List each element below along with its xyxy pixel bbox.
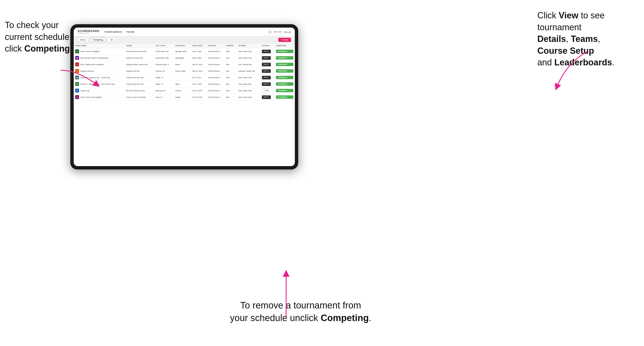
nav-tournaments[interactable]: TOURNAMENTS [104,31,122,33]
team-logo: W [75,56,79,60]
competing-badge[interactable]: Competing ✓ [276,63,294,66]
city-cell: Maricopa, AZ [154,87,174,94]
table-row: W 2023 Sahalee Players Championship Saha… [74,55,295,61]
nav-teams[interactable]: TEAMS [126,31,134,33]
competing-cell: Competing ✓ [274,74,295,81]
division-cell: NCAA Division I [207,94,225,101]
filter-home-button[interactable]: Home [78,38,88,42]
view-button[interactable]: View ⓘ [262,95,271,99]
edit-button[interactable]: ✏ Edit [262,89,270,93]
hosted-cell: Washington [174,55,191,61]
scoring-cell: team, Match Play [237,81,260,87]
division-cell: NCAA Division I [207,55,225,61]
col-event-name: EVENT NAME [74,44,125,48]
col-venue: VENUE [125,44,154,48]
competing-badge[interactable]: Competing ✓ [276,69,294,73]
scoring-cell: team, Stroke Play [237,74,260,81]
tablet-screen: SCOREBOARD Powered by clippi TOURNAMENTS… [74,28,295,166]
filter-bar: Home Competing All + Create [74,36,295,44]
competing-cell: Competing ✓ [274,87,295,94]
venue-cell: Ak-Chin Southern Dunes [125,87,154,94]
actions-cell: View ⓘ [260,74,275,81]
view-button[interactable]: View ⓘ [262,69,271,73]
competing-badge[interactable]: Competing ✓ [276,82,294,86]
nav-links: TOURNAMENTS TEAMS [104,31,268,33]
start-date-cell: Feb 15, 2024 [191,94,207,101]
city-cell: Dallas, TX [154,81,174,87]
competing-badge[interactable]: Competing ✓ [276,89,294,92]
division-cell: NCAA Division I [207,87,225,94]
scoring-cell: team, Stroke Play [237,55,260,61]
venue-cell: Sahalee Country Club [125,55,154,61]
brand: SCOREBOARD Powered by clippi [78,30,99,34]
table-row: M Folds of Honor Collegiate American Dun… [74,48,295,55]
event-name: OFCC Fighting Illini Invitational [80,64,104,65]
scoring-cell: individual, Stroke Play [237,68,260,74]
col-division: DIVISION [207,44,225,48]
tablet-device: SCOREBOARD Powered by clippi TOURNAMENTS… [70,24,298,170]
competing-cell: Competing ✓ [274,55,295,61]
hosted-cell: Arizona State [174,68,191,74]
gender-cell: Men [225,81,237,87]
event-cell: I OFCC Fighting Illini Invitational [74,61,125,68]
gender-cell: Men [225,55,237,61]
event-cell: M Folds of Honor Collegiate [74,48,125,55]
competing-badge[interactable]: Competing ✓ [276,56,294,60]
competing-badge[interactable]: Competing ✓ [276,95,294,99]
hosted-cell [174,74,191,81]
competing-badge[interactable]: Competing ✓ [276,50,294,53]
actions-cell: View ⓘ [260,48,275,55]
col-city-state: CITY, STATE [154,44,174,48]
start-date-cell: Oct 9, 2023 [191,74,207,81]
venue-cell: Trinity Forest Golf Club [125,74,154,81]
arrow-left [58,68,112,97]
arrow-right [542,48,591,97]
venue-cell: Trinity Forest Golf Club [125,81,154,87]
view-button[interactable]: View ⓘ [262,82,271,86]
hosted-cell: Michigan State [174,48,191,55]
view-button[interactable]: View ⓘ [262,76,271,79]
competing-badge[interactable]: Competing ✓ [276,76,294,79]
division-cell: NCAA Division I [207,68,225,74]
gender-cell: Men [225,68,237,74]
actions-cell: View ⓘ [260,55,275,61]
city-cell: Phoenix, AZ [154,68,174,74]
actions-cell: View ⓘ [260,94,275,101]
competing-cell: Competing ✓ [274,81,295,87]
division-cell: NCAA Division I [207,61,225,68]
division-cell: NCAA Division I [207,81,225,87]
venue-cell: Olympia Fields Country Club [125,61,154,68]
actions-cell: View ⓘ [260,81,275,87]
hosted-cell: Illinois [174,61,191,68]
division-cell: NCAA Division I [207,48,225,55]
actions-cell: View ⓘ [260,61,275,68]
col-hosted-by: HOSTED BY [174,44,191,48]
view-button[interactable]: View ⓘ [262,63,271,66]
division-cell: NCAA Division I [207,74,225,81]
scoring-cell: team, Stroke Play [237,61,260,68]
actions-cell: ✏ Edit [260,87,275,94]
city-cell: Sammamish, WA [154,55,174,61]
start-date-cell: Sep 9, 2023 [191,55,207,61]
view-button[interactable]: View ⓘ [262,56,271,60]
city-cell: Olympia Fields, IL [154,61,174,68]
start-date-cell: Sep 18, 2023 [191,68,207,74]
competing-cell: Competing ✓ [274,48,295,55]
start-date-cell: Oct 11, 2023 [191,81,207,87]
filter-competing-button[interactable]: Competing [90,38,106,42]
sign-out-link[interactable]: Sign out [284,31,291,33]
filter-all-button[interactable]: All [108,38,116,42]
create-button[interactable]: + Create [278,38,291,42]
col-start-date: START DATE [191,44,207,48]
gender-cell: Men [225,48,237,55]
venue-cell: Ocean Course At Hokuala [125,94,154,101]
competing-cell: Competing ✓ [274,61,295,68]
gender-cell: Men [225,87,237,94]
view-button[interactable]: View ⓘ [262,50,271,53]
nav-bar: SCOREBOARD Powered by clippi TOURNAMENTS… [74,28,295,36]
col-competing: COMPETING [274,44,295,48]
actions-cell: View ⓘ [260,68,275,74]
gender-cell: Men [225,94,237,101]
city-cell: Grand Haven, MI [154,48,174,55]
event-name: 2023 Sahalee Players Championship [80,57,108,59]
